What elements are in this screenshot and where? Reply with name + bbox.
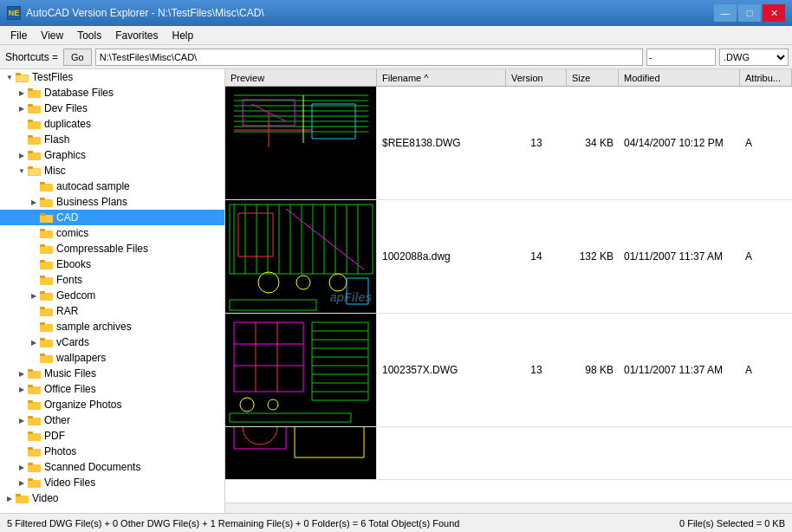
svg-rect-18 bbox=[40, 199, 53, 207]
status-right: 0 File(s) Selected = 0 KB bbox=[679, 518, 785, 529]
svg-rect-25 bbox=[40, 244, 45, 247]
cell-modified-0: 04/14/2007 10:12 PM bbox=[619, 135, 740, 151]
tree-item-compressable-files[interactable]: Compressable Files bbox=[0, 241, 224, 256]
tree-item-testfiles[interactable]: ▼ TestFiles bbox=[0, 69, 224, 85]
tree-item-dev-files[interactable]: ▶ Dev Files bbox=[0, 101, 224, 116]
tree-item-gedcom[interactable]: ▶ Gedcom bbox=[0, 288, 224, 303]
go-button[interactable]: Go bbox=[63, 49, 92, 66]
tree-item-music-files[interactable]: ▶ Music Files bbox=[0, 366, 224, 381]
tree-label-gedcom: Gedcom bbox=[56, 289, 95, 302]
col-header-preview[interactable]: Preview bbox=[225, 69, 377, 86]
tree-item-pdf[interactable]: PDF bbox=[0, 428, 224, 444]
folder-icon-autocad-sample bbox=[40, 180, 54, 192]
svg-rect-4 bbox=[28, 88, 33, 91]
col-header-filename[interactable]: Filename ^ bbox=[377, 69, 506, 86]
file-row[interactable]: $REE8138.DWG1334 KB04/14/2007 10:12 PMA bbox=[225, 87, 792, 200]
file-row[interactable]: 1002357X.DWG1398 KB01/11/2007 11:37 AMA bbox=[225, 314, 792, 427]
folder-icon-sample-archives bbox=[40, 321, 54, 333]
menu-favorites[interactable]: Favorites bbox=[108, 28, 165, 43]
file-info-partial bbox=[377, 427, 792, 479]
extension-select[interactable]: .DWG bbox=[719, 49, 789, 66]
close-button[interactable]: ✕ bbox=[763, 4, 785, 22]
tree-label-comics: comics bbox=[56, 227, 88, 239]
menu-file[interactable]: File bbox=[3, 28, 34, 43]
file-row-partial bbox=[225, 427, 792, 480]
menu-help[interactable]: Help bbox=[166, 28, 201, 43]
minimize-button[interactable]: — bbox=[714, 4, 737, 22]
cell-filename-1: 1002088a.dwg bbox=[377, 249, 506, 264]
svg-rect-39 bbox=[40, 354, 45, 356]
col-header-size[interactable]: Size bbox=[567, 69, 619, 86]
svg-rect-1 bbox=[16, 73, 21, 75]
tree-label-misc: Misc bbox=[44, 165, 66, 177]
tree-item-business-plans[interactable]: ▶ Business Plans bbox=[0, 194, 224, 210]
svg-rect-5 bbox=[28, 106, 41, 114]
tree-arrow-office-files: ▶ bbox=[16, 386, 28, 393]
menu-bar: File View Tools Favorites Help bbox=[0, 26, 792, 45]
tree-item-fonts[interactable]: Fonts bbox=[0, 272, 224, 288]
menu-view[interactable]: View bbox=[34, 28, 70, 43]
folder-icon-database-files bbox=[28, 87, 42, 99]
maximize-button[interactable]: □ bbox=[738, 4, 761, 22]
tree-item-misc[interactable]: ▼ Misc bbox=[0, 163, 224, 178]
tree-arrow-other: ▶ bbox=[16, 417, 28, 425]
tree-item-other[interactable]: ▶ Other bbox=[0, 412, 224, 428]
tree-item-duplicates[interactable]: duplicates bbox=[0, 116, 224, 132]
folder-icon-compressable-files bbox=[40, 243, 54, 255]
tree-arrow-gedcom: ▶ bbox=[28, 292, 40, 300]
menu-tools[interactable]: Tools bbox=[70, 28, 108, 43]
tree-label-pdf: PDF bbox=[44, 430, 65, 442]
tree-label-organize-photos: Organize Photos bbox=[44, 399, 121, 411]
svg-rect-3 bbox=[28, 90, 41, 98]
tree-item-vcards[interactable]: ▶ vCards bbox=[0, 334, 224, 350]
toolbar: Shortcuts = Go .DWG bbox=[0, 45, 792, 69]
tree-item-office-files[interactable]: ▶ Office Files bbox=[0, 381, 224, 397]
svg-rect-51 bbox=[28, 447, 33, 450]
folder-icon-testfiles bbox=[16, 71, 29, 83]
tree-arrow-database-files: ▶ bbox=[16, 89, 28, 97]
tree-item-sample-archives[interactable]: sample archives bbox=[0, 319, 224, 334]
tree-item-autocad-sample[interactable]: autocad sample bbox=[0, 178, 224, 194]
svg-rect-37 bbox=[40, 338, 45, 341]
path-input[interactable] bbox=[95, 49, 643, 66]
file-info-row-0: $REE8138.DWG1334 KB04/14/2007 10:12 PMA bbox=[377, 87, 792, 199]
tree-label-duplicates: duplicates bbox=[44, 118, 91, 130]
tree-item-organize-photos[interactable]: Organize Photos bbox=[0, 397, 224, 412]
tree-label-dev-files: Dev Files bbox=[44, 102, 88, 114]
tree-item-comics[interactable]: comics bbox=[0, 225, 224, 241]
tree-item-video[interactable]: ▶ Video bbox=[0, 490, 224, 506]
svg-rect-11 bbox=[28, 152, 41, 160]
col-header-attr[interactable]: Attribu... bbox=[740, 69, 792, 86]
file-row[interactable]: apFiles1002088a.dwg14132 KB01/11/2007 11… bbox=[225, 200, 792, 314]
filter-input[interactable] bbox=[646, 49, 716, 66]
folder-icon-fonts bbox=[40, 274, 54, 286]
tree-item-wallpapers[interactable]: wallpapers bbox=[0, 350, 224, 366]
tree-item-flash[interactable]: Flash bbox=[0, 132, 224, 147]
col-header-version[interactable]: Version bbox=[506, 69, 567, 86]
svg-rect-22 bbox=[40, 230, 53, 238]
tree-item-graphics[interactable]: ▶ Graphics bbox=[0, 147, 224, 163]
tree-item-video-files[interactable]: ▶ Video Files bbox=[0, 475, 224, 490]
tree-item-rar[interactable]: RAR bbox=[0, 303, 224, 319]
cell-size-1: 132 KB bbox=[567, 249, 619, 264]
tree-item-scanned-documents[interactable]: ▶ Scanned Documents bbox=[0, 459, 224, 475]
svg-rect-55 bbox=[28, 478, 33, 481]
tree-item-database-files[interactable]: ▶ Database Files bbox=[0, 85, 224, 101]
column-headers: Preview Filename ^ Version Size Modified… bbox=[225, 69, 792, 87]
tree-item-cad[interactable]: CAD bbox=[0, 210, 224, 225]
svg-rect-30 bbox=[40, 293, 53, 301]
tree-arrow-video-files: ▶ bbox=[16, 479, 28, 487]
tree-item-ebooks[interactable]: Ebooks bbox=[0, 256, 224, 272]
tree-item-photos[interactable]: Photos bbox=[0, 444, 224, 459]
col-header-modified[interactable]: Modified bbox=[619, 69, 740, 86]
folder-icon-other bbox=[28, 414, 42, 426]
tree-label-business-plans: Business Plans bbox=[56, 196, 127, 208]
cell-attr-2: A bbox=[740, 362, 792, 378]
svg-rect-56 bbox=[16, 496, 29, 503]
horizontal-scrollbar[interactable] bbox=[225, 503, 792, 513]
folder-icon-misc bbox=[28, 165, 42, 177]
tree-arrow-business-plans: ▶ bbox=[28, 198, 40, 206]
svg-rect-45 bbox=[28, 400, 33, 403]
tree-label-video: Video bbox=[32, 492, 58, 504]
svg-rect-31 bbox=[40, 291, 45, 294]
